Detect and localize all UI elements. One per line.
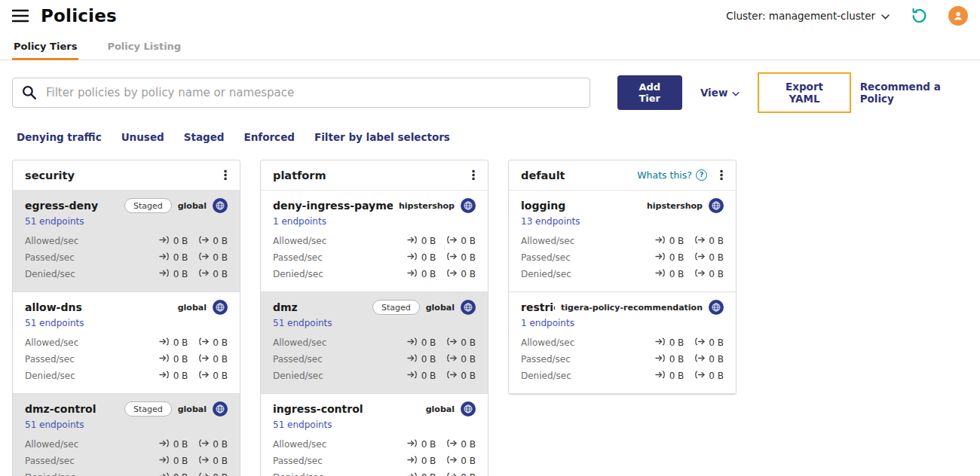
metric-row: Allowed/sec 0 B xyxy=(521,334,724,351)
metric-label: Denied/sec xyxy=(25,269,75,279)
egress-icon xyxy=(198,252,209,263)
ingress-icon xyxy=(159,252,170,263)
egress-icon xyxy=(694,354,705,365)
policy-metrics: Allowed/sec 0 B xyxy=(25,436,228,476)
endpoints-link[interactable]: 1 endpoints xyxy=(273,216,326,227)
metric-label: Allowed/sec xyxy=(521,236,574,246)
egress-icon xyxy=(198,236,209,246)
endpoints-link[interactable]: 51 endpoints xyxy=(273,420,332,430)
tab-policy-listing[interactable]: Policy Listing xyxy=(106,36,182,60)
policy-card[interactable]: restricted tigera-policy-recommendation … xyxy=(509,292,736,394)
policy-metrics: Allowed/sec 0 B xyxy=(273,334,476,384)
egress-value: 0 B xyxy=(709,354,724,365)
staged-badge: Staged xyxy=(124,198,172,213)
egress-value: 0 B xyxy=(461,371,476,381)
policy-filter-input[interactable] xyxy=(12,78,590,108)
metric-row: Allowed/sec 0 B xyxy=(273,334,476,351)
policy-card[interactable]: egress-deny Staged global 51 endpoints xyxy=(13,191,240,292)
metric-label: Passed/sec xyxy=(273,354,323,365)
policy-card[interactable]: deny-ingress-paymentservi… hipstershop 1… xyxy=(261,191,488,292)
egress-icon xyxy=(198,354,209,365)
metric-row: Denied/sec 0 B xyxy=(25,368,228,384)
policy-name: allow-dns xyxy=(25,301,82,313)
add-tier-button[interactable]: Add Tier xyxy=(617,75,682,110)
egress-icon xyxy=(198,371,209,381)
endpoints-link[interactable]: 1 endpoints xyxy=(521,318,574,328)
policy-name: dmz-control xyxy=(25,403,96,415)
policy-card-header: egress-deny Staged global xyxy=(25,198,228,213)
policy-card-header: allow-dns global xyxy=(25,300,228,315)
policy-metrics: Allowed/sec 0 B xyxy=(25,334,228,384)
policy-card[interactable]: logging hipstershop 13 endpoints xyxy=(509,191,736,292)
ingress-value: 0 B xyxy=(173,472,188,476)
scope-globe-icon xyxy=(709,300,724,315)
egress-icon xyxy=(694,337,705,348)
egress-value: 0 B xyxy=(709,269,724,279)
ingress-value: 0 B xyxy=(669,354,684,365)
policy-name: deny-ingress-paymentservi… xyxy=(273,200,393,212)
endpoints-link[interactable]: 13 endpoints xyxy=(521,216,580,227)
hamburger-menu-icon[interactable] xyxy=(12,9,29,23)
egress-value: 0 B xyxy=(213,439,228,450)
endpoints-link[interactable]: 51 endpoints xyxy=(25,216,84,227)
metric-label: Denied/sec xyxy=(273,371,323,381)
ingress-value: 0 B xyxy=(421,371,436,381)
kebab-menu-icon[interactable]: ⋮ xyxy=(465,169,482,182)
policy-metrics: Allowed/sec 0 B xyxy=(521,233,724,282)
policy-card[interactable]: allow-dns global 51 endpoints xyxy=(13,292,240,394)
kebab-menu-icon[interactable]: ⋮ xyxy=(217,169,234,182)
scope-label: hipstershop xyxy=(399,201,455,211)
policy-card[interactable]: ingress-control global 51 endpoints xyxy=(261,394,488,476)
metric-row: Allowed/sec 0 B xyxy=(25,436,228,453)
policy-card[interactable]: dmz Staged global 51 endpoints xyxy=(261,292,488,394)
egress-icon xyxy=(446,439,457,450)
ingress-icon xyxy=(407,472,418,476)
ingress-value: 0 B xyxy=(173,456,188,466)
ingress-icon xyxy=(655,236,666,246)
ingress-icon xyxy=(407,354,418,365)
metric-label: Denied/sec xyxy=(273,472,323,476)
metric-label: Passed/sec xyxy=(25,456,75,466)
view-dropdown[interactable]: View xyxy=(700,87,740,99)
recommend-policy-link[interactable]: Recommend a Policy xyxy=(860,81,968,105)
history-icon[interactable] xyxy=(909,6,929,26)
endpoints-link[interactable]: 51 endpoints xyxy=(273,318,332,328)
tier-name: default xyxy=(521,169,565,182)
ingress-value: 0 B xyxy=(173,337,188,348)
user-avatar[interactable] xyxy=(948,6,968,26)
chevron-down-icon xyxy=(881,10,890,22)
tier-card: default Whats this? ⋮ logging hipstersho… xyxy=(508,160,737,395)
policy-metrics: Allowed/sec 0 B xyxy=(25,233,228,282)
endpoints-link[interactable]: 51 endpoints xyxy=(25,420,84,430)
scope-globe-icon xyxy=(709,198,724,213)
policy-card-header: dmz Staged global xyxy=(273,300,476,315)
egress-icon xyxy=(446,252,457,263)
endpoints-link[interactable]: 51 endpoints xyxy=(25,318,84,328)
ingress-value: 0 B xyxy=(421,269,436,279)
filter-enforced[interactable]: Enforced xyxy=(243,131,294,143)
kebab-menu-icon[interactable]: ⋮ xyxy=(713,169,730,182)
page-title: Policies xyxy=(41,6,117,26)
ingress-value: 0 B xyxy=(421,472,436,476)
ingress-icon xyxy=(159,371,170,381)
scope-label: global xyxy=(426,404,455,414)
filter-staged[interactable]: Staged xyxy=(184,131,225,143)
tier-card: platform ⋮ deny-ingress-paymentservi… hi… xyxy=(260,160,488,476)
metric-row: Passed/sec 0 B xyxy=(521,249,724,266)
whats-this-link[interactable]: Whats this? xyxy=(637,169,707,181)
ingress-value: 0 B xyxy=(669,252,684,263)
egress-value: 0 B xyxy=(461,337,476,348)
filter-unused[interactable]: Unused xyxy=(121,131,164,143)
policy-card[interactable]: dmz-control Staged global 51 endpoints xyxy=(13,394,240,476)
export-yaml-button[interactable]: Export YAML xyxy=(758,72,850,113)
filter-denying-traffic[interactable]: Denying traffic xyxy=(17,131,102,143)
tab-policy-tiers[interactable]: Policy Tiers xyxy=(12,36,78,60)
ingress-icon xyxy=(159,472,170,476)
egress-value: 0 B xyxy=(213,236,228,246)
egress-icon xyxy=(198,472,209,476)
filter-by-label-selectors[interactable]: Filter by label selectors xyxy=(314,131,450,143)
ingress-value: 0 B xyxy=(173,371,188,381)
cluster-selector[interactable]: Cluster: management-cluster xyxy=(726,10,890,22)
egress-icon xyxy=(446,337,457,348)
metric-label: Allowed/sec xyxy=(273,337,326,348)
